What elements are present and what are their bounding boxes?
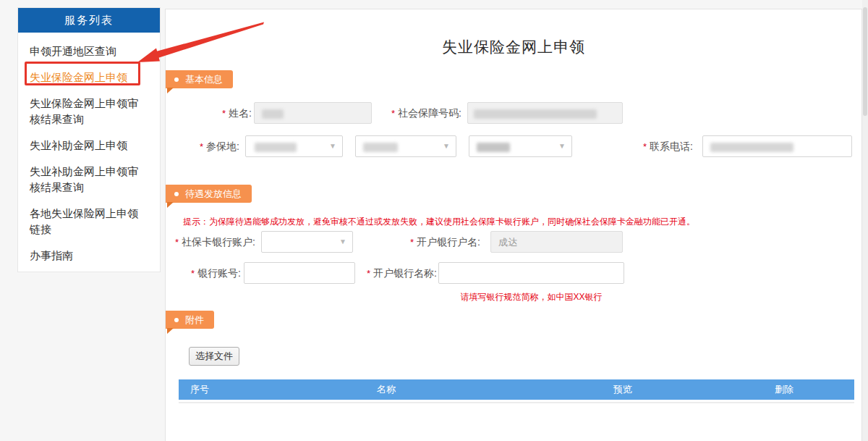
sidebar-item-unemployment-insurance-apply[interactable]: 失业保险金网上申领 — [30, 70, 148, 85]
insured-district-select[interactable] — [469, 135, 572, 157]
sidebar-item-regional-links[interactable]: 各地失业保险网上申领链接 — [30, 206, 148, 238]
bank-account-label: *银行账号: — [180, 262, 241, 284]
label-text: 参保地: — [206, 140, 239, 152]
col-header-preview: 预览 — [613, 379, 632, 400]
badge-dot-icon — [174, 192, 179, 196]
redacted-value — [262, 109, 284, 119]
phone-label: *联系电话: — [629, 135, 693, 157]
sscard-account-label: *社保卡银行账户: — [173, 231, 255, 253]
sidebar-item-guide[interactable]: 办事指南 — [30, 248, 148, 264]
redacted-value — [710, 143, 793, 152]
redacted-value — [363, 143, 398, 152]
insured-place-label: *参保地: — [180, 135, 239, 157]
bank-account-input[interactable] — [244, 262, 355, 284]
scrollbar-thumb[interactable] — [863, 7, 867, 116]
table-divider — [179, 402, 854, 403]
label-text: 开户银行户名: — [417, 236, 480, 248]
sidebar-header: 服务列表 — [18, 8, 160, 33]
sidebar-item-subsidy-apply[interactable]: 失业补助金网上申领 — [30, 138, 148, 154]
attachment-table-header: 序号 名称 预览 删除 — [179, 379, 854, 400]
bank-name-label: *开户银行名称: — [361, 262, 437, 284]
label-text: 姓名: — [229, 107, 252, 119]
required-mark: * — [200, 141, 203, 152]
name-label: *姓名: — [180, 102, 252, 124]
section-title: 待遇发放信息 — [185, 188, 242, 199]
section-title: 基本信息 — [185, 74, 223, 85]
badge-dot-icon — [174, 318, 179, 322]
required-mark: * — [410, 237, 414, 248]
label-text: 开户银行名称: — [373, 267, 437, 279]
required-mark: * — [391, 108, 395, 119]
redacted-value — [474, 109, 597, 119]
ssn-label: *社会保障号码: — [375, 102, 461, 124]
col-header-delete: 删除 — [775, 379, 793, 400]
required-mark: * — [643, 141, 647, 152]
bank-name-input[interactable] — [438, 262, 624, 284]
label-text: 银行账号: — [197, 267, 241, 279]
redacted-value — [477, 143, 510, 152]
sidebar-item-open-area-query[interactable]: 申领开通地区查询 — [30, 43, 148, 59]
sscard-account-select[interactable] — [261, 231, 353, 253]
col-header-name: 名称 — [377, 379, 396, 400]
required-mark: * — [222, 108, 226, 119]
scrollbar[interactable] — [862, 0, 868, 441]
redacted-value — [255, 143, 297, 152]
account-holder-label: *开户银行户名: — [404, 231, 480, 253]
label-text: 联系电话: — [650, 140, 693, 152]
col-header-index: 序号 — [190, 379, 209, 400]
account-holder-value: 成达 — [498, 232, 517, 253]
section-badge-attachment: 附件 — [166, 311, 214, 329]
page-title: 失业保险金网上申领 — [166, 37, 861, 57]
phone-input[interactable] — [702, 135, 852, 157]
label-text: 社保卡银行账户: — [182, 236, 255, 248]
section-title: 附件 — [185, 314, 204, 325]
badge-dot-icon — [174, 77, 179, 82]
label-text: 社会保障号码: — [398, 107, 461, 119]
page: 服务列表 申领开通地区查询 失业保险金网上申领 失业保险金网上申领审核结果查询 … — [0, 0, 868, 441]
sidebar-item-apply-result-query[interactable]: 失业保险金网上申领审核结果查询 — [30, 96, 148, 127]
sidebar-menu: 申领开通地区查询 失业保险金网上申领 失业保险金网上申领审核结果查询 失业补助金… — [18, 33, 160, 264]
payment-hint: 提示：为保障待遇能够成功发放，避免审核不通过或发放失败，建议使用社会保障卡银行账… — [183, 216, 695, 228]
sidebar-item-subsidy-result-query[interactable]: 失业补助金网上申领审核结果查询 — [30, 164, 148, 196]
sidebar: 服务列表 申领开通地区查询 失业保险金网上申领 失业保险金网上申领审核结果查询 … — [17, 7, 161, 272]
required-mark: * — [175, 237, 179, 248]
bank-name-hint: 请填写银行规范简称，如中国XX银行 — [438, 291, 624, 303]
section-badge-payment: 待遇发放信息 — [166, 185, 252, 203]
section-badge-basic: 基本信息 — [166, 70, 233, 88]
choose-file-button[interactable]: 选择文件 — [189, 347, 239, 366]
insured-city-select[interactable] — [355, 135, 456, 157]
account-holder-input: 成达 — [490, 231, 623, 253]
required-mark: * — [191, 268, 195, 279]
required-mark: * — [367, 268, 370, 279]
insured-province-select[interactable] — [245, 135, 343, 157]
name-input[interactable] — [254, 102, 372, 124]
ssn-input[interactable] — [467, 102, 623, 124]
main-panel: 失业保险金网上申领 基本信息 *姓名: *社会保障号码: *参保地: — [165, 9, 862, 441]
